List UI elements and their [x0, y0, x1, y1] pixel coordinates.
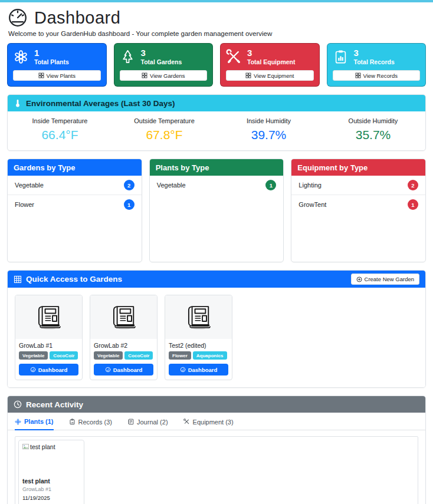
- metric-inside-temperature: Inside Temperature 66.4°F: [8, 117, 112, 142]
- grid-3x3-icon: [14, 275, 22, 284]
- clipboard-chart-icon: [333, 49, 349, 65]
- view-records-label: View Records: [363, 73, 398, 79]
- newspaper-icon: [109, 303, 139, 331]
- recent-activity-header: Recent Activity: [8, 396, 425, 413]
- tools-icon: [226, 49, 242, 65]
- list-item: GrowTent 1: [291, 195, 425, 214]
- tab-equipment-label: Equipment (3): [193, 419, 234, 426]
- count-badge: 1: [124, 199, 135, 210]
- count-badge: 1: [265, 180, 276, 190]
- stat-card-total-records: 3 Total Records View Records: [327, 43, 427, 87]
- tab-plants[interactable]: Plants (1): [15, 418, 54, 430]
- metric-value: 66.4°F: [8, 128, 112, 142]
- plants-by-type-list: Vegetable 1: [150, 176, 284, 195]
- view-plants-button[interactable]: View Plants: [13, 70, 101, 81]
- garden-card: Test2 (edited) Flower Aquaponics Dashboa…: [165, 295, 232, 380]
- stat-card-total-plants: 1 Total Plants View Plants: [7, 43, 107, 87]
- list-item: Vegetable 1: [150, 176, 284, 195]
- plant-name: test plant: [22, 477, 80, 485]
- equipment-by-type-card: Equipment by Type Lighting 2 GrowTent 1: [291, 159, 426, 262]
- garden-dashboard-button[interactable]: Dashboard: [169, 364, 228, 375]
- grid-icon: [142, 73, 147, 78]
- stat-card-total-equipment: 3 Total Equipment View Equipment: [220, 43, 320, 87]
- garden-type-badge: Vegetable: [94, 351, 123, 360]
- speedometer-icon: [180, 367, 186, 373]
- stat-label: Total Records: [354, 58, 395, 65]
- garden-image-placeholder: [165, 295, 232, 339]
- garden-card: GrowLab #1 Vegetable CocoCoir Dashboard: [15, 295, 83, 380]
- garden-medium-badge: CocoCoir: [50, 351, 78, 360]
- tab-plants-label: Plants (1): [24, 418, 54, 425]
- tools-icon: [183, 419, 190, 425]
- environmental-averages-header: Environmental Averages (Last 30 Days): [8, 95, 425, 111]
- top-accent-bar: [0, 0, 433, 2]
- recent-activity-content: test plant test plant GrowLab #1 11/19/2…: [15, 436, 418, 504]
- broken-image-icon: [22, 444, 29, 450]
- plant-image-alt-text: test plant: [30, 443, 55, 450]
- page-title: Dashboard: [34, 8, 120, 28]
- garden-type-badge: Flower: [169, 351, 191, 360]
- quick-access-title: Quick Access to Gardens: [26, 275, 122, 284]
- metric-inside-humidity: Inside Humidity 39.7%: [216, 117, 321, 142]
- quick-access-panel: Quick Access to Gardens Create New Garde…: [7, 270, 426, 388]
- equipment-by-type-title: Equipment by Type: [297, 163, 368, 172]
- speedometer-icon: [7, 7, 28, 28]
- view-equipment-button[interactable]: View Equipment: [226, 70, 314, 81]
- stats-row: 1 Total Plants View Plants 3 Total Garde…: [7, 43, 426, 87]
- recent-activity-panel: Recent Activity Plants (1) R: [7, 396, 426, 504]
- plants-by-type-header: Plants by Type: [150, 159, 284, 176]
- newspaper-icon: [183, 303, 214, 331]
- tab-journal[interactable]: Journal (2): [127, 418, 168, 430]
- garden-medium-badge: Aquaponics: [193, 351, 227, 360]
- view-plants-label: View Plants: [47, 73, 76, 79]
- stat-count: 3: [247, 48, 295, 58]
- view-gardens-button[interactable]: View Gardens: [120, 70, 208, 81]
- stat-label: Total Equipment: [247, 58, 295, 65]
- metric-label: Inside Humidity: [216, 117, 321, 124]
- garden-image-placeholder: [15, 295, 82, 339]
- type-label: Lighting: [298, 182, 322, 189]
- page-subtitle: Welcome to your GardenHub dashboard - Yo…: [8, 30, 426, 37]
- metric-outside-humidity: Outside Humidity 35.7%: [321, 117, 425, 142]
- type-label: Vegetable: [157, 182, 186, 189]
- view-gardens-label: View Gardens: [150, 73, 185, 79]
- plant-image-broken: test plant: [22, 443, 80, 477]
- dashboard-page: Dashboard Welcome to your GardenHub dash…: [0, 7, 433, 504]
- view-equipment-label: View Equipment: [254, 73, 294, 79]
- speedometer-icon: [30, 367, 36, 373]
- gardens-by-type-header: Gardens by Type: [8, 159, 142, 176]
- type-label: Vegetable: [15, 182, 44, 189]
- garden-dashboard-label: Dashboard: [38, 367, 68, 373]
- plants-by-type-title: Plants by Type: [156, 163, 209, 172]
- page-header: Dashboard Welcome to your GardenHub dash…: [7, 7, 426, 37]
- garden-name: Test2 (edited): [169, 342, 228, 349]
- grid-icon: [245, 73, 251, 78]
- environmental-averages-title: Environmental Averages (Last 30 Days): [26, 99, 175, 108]
- view-records-button[interactable]: View Records: [333, 70, 421, 81]
- count-badge: 1: [408, 199, 418, 210]
- metric-label: Inside Temperature: [8, 117, 112, 124]
- metric-value: 67.8°F: [112, 128, 216, 142]
- environmental-averages-panel: Environmental Averages (Last 30 Days) In…: [7, 94, 426, 151]
- create-new-garden-button[interactable]: Create New Garden: [351, 274, 419, 285]
- metric-label: Outside Temperature: [112, 117, 216, 124]
- tab-journal-label: Journal (2): [137, 419, 168, 426]
- type-label: Flower: [15, 201, 34, 208]
- garden-medium-badge: CocoCoir: [124, 351, 153, 360]
- garden-dashboard-button[interactable]: Dashboard: [94, 364, 153, 375]
- count-badge: 2: [124, 180, 135, 190]
- garden-dashboard-button[interactable]: Dashboard: [19, 364, 78, 375]
- grid-icon: [355, 73, 361, 78]
- grid-icon: [38, 73, 44, 78]
- garden-cards-row: GrowLab #1 Vegetable CocoCoir Dashboard: [8, 288, 425, 387]
- stat-label: Total Gardens: [141, 58, 182, 65]
- tab-records[interactable]: Records (3): [69, 418, 112, 430]
- environmental-metrics: Inside Temperature 66.4°F Outside Temper…: [8, 111, 425, 150]
- gardens-by-type-list: Vegetable 2 Flower 1: [8, 176, 142, 214]
- tab-equipment[interactable]: Equipment (3): [183, 418, 234, 430]
- plant-date: 11/19/2025: [22, 495, 80, 501]
- metric-outside-temperature: Outside Temperature 67.8°F: [112, 117, 216, 142]
- tree-icon: [120, 49, 136, 65]
- stat-count: 3: [354, 48, 395, 58]
- type-breakdown-row: Gardens by Type Vegetable 2 Flower 1 Pla…: [7, 159, 426, 262]
